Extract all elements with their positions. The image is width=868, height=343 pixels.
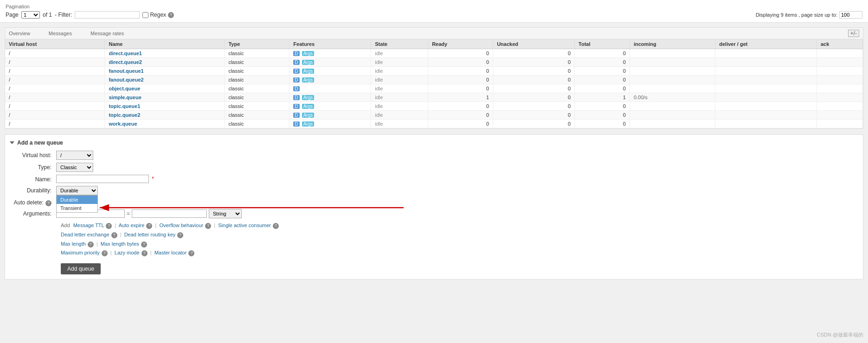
d-tag[interactable]: D	[293, 77, 299, 83]
args-tag[interactable]: Args	[302, 95, 315, 100]
dropdown-item-durable[interactable]: Durable	[57, 196, 97, 204]
single-active-consumer-help[interactable]: ?	[273, 223, 279, 229]
cell-vhost: /	[5, 102, 105, 111]
name-input[interactable]	[56, 175, 149, 183]
args-tag[interactable]: Args	[302, 121, 315, 127]
d-tag[interactable]: D	[293, 113, 299, 118]
cell-vhost: /	[5, 58, 105, 67]
messages-label: Messages	[49, 31, 72, 36]
cell-total: 0	[575, 67, 630, 76]
table-header-row: Overview Messages Message rates +/-	[5, 28, 863, 39]
dead-letter-exchange-help[interactable]: ?	[111, 232, 117, 238]
d-tag[interactable]: D	[293, 60, 299, 65]
cell-features: D Args	[289, 49, 371, 58]
cell-features: D	[289, 84, 371, 93]
cell-type: classic	[225, 102, 289, 111]
queue-table-container: Overview Messages Message rates +/- Virt…	[5, 27, 863, 129]
queue-name-link[interactable]: work.queue	[109, 121, 137, 127]
d-tag[interactable]: D	[293, 69, 299, 74]
cell-incoming	[630, 102, 715, 111]
plus-minus-button[interactable]: +/-	[848, 30, 859, 37]
args-value-input[interactable]	[132, 210, 207, 218]
cell-deliver-get	[715, 58, 817, 67]
d-tag[interactable]: D	[293, 121, 299, 127]
auto-expire-help[interactable]: ?	[146, 223, 152, 229]
auto-delete-help-icon[interactable]: ?	[45, 200, 51, 206]
table-row: /simple.queueclassic D Args idle1010.00/…	[5, 93, 863, 102]
d-tag[interactable]: D	[293, 51, 299, 56]
section-toggle[interactable]: Add a new queue	[10, 140, 858, 146]
arguments-label: Arguments:	[10, 209, 56, 217]
max-length-link[interactable]: Max length	[61, 241, 86, 247]
queue-name-link[interactable]: simple.queue	[109, 95, 141, 100]
queue-name-link[interactable]: fanout.queue1	[109, 68, 143, 74]
master-locator-link[interactable]: Master locator	[154, 250, 187, 255]
args-tag[interactable]: Args	[302, 113, 315, 118]
args-tag[interactable]: Args	[302, 77, 315, 83]
queue-name-link[interactable]: fanout.queue2	[109, 77, 143, 83]
cell-ack	[817, 111, 862, 120]
queue-name-link[interactable]: direct.queue2	[109, 59, 142, 65]
dead-letter-routing-key-link[interactable]: Dead letter routing key	[124, 232, 176, 237]
regex-checkbox[interactable]	[142, 12, 148, 18]
cell-deliver-get	[715, 76, 817, 84]
type-select[interactable]: Classic Quorum Stream	[56, 163, 93, 172]
d-tag[interactable]: D	[293, 104, 299, 109]
max-length-help[interactable]: ?	[88, 241, 94, 248]
col-unacked: Unacked	[493, 39, 575, 49]
cell-total: 0	[575, 102, 630, 111]
vhost-select[interactable]: /	[56, 151, 93, 160]
message-ttl-link[interactable]: Message TTL	[73, 222, 104, 228]
cell-ack	[817, 76, 862, 84]
regex-help-icon[interactable]: ?	[168, 12, 174, 18]
dead-letter-exchange-link[interactable]: Dead letter exchange	[61, 232, 109, 237]
overflow-behaviour-link[interactable]: Overflow behaviour	[159, 222, 203, 228]
filter-input[interactable]	[75, 11, 140, 19]
cell-deliver-get	[715, 111, 817, 120]
d-tag[interactable]: D	[293, 95, 299, 100]
maximum-priority-help[interactable]: ?	[102, 250, 108, 256]
page-size-input[interactable]	[839, 11, 862, 19]
cell-state: idle	[371, 76, 428, 84]
dropdown-item-transient[interactable]: Transient	[57, 204, 97, 212]
single-active-consumer-link[interactable]: Single active consumer	[218, 222, 271, 228]
args-tag[interactable]: Args	[302, 51, 315, 56]
lazy-mode-help[interactable]: ?	[141, 250, 148, 256]
master-locator-help[interactable]: ?	[188, 250, 194, 256]
page-select[interactable]: 1	[21, 11, 40, 19]
overflow-behaviour-help[interactable]: ?	[205, 223, 211, 229]
max-length-bytes-help[interactable]: ?	[141, 241, 147, 248]
cell-total: 0	[575, 84, 630, 93]
message-ttl-help[interactable]: ?	[106, 223, 112, 229]
auto-expire-link[interactable]: Auto expire	[119, 222, 145, 228]
d-tag[interactable]: D	[293, 86, 299, 91]
cell-type: classic	[225, 49, 289, 58]
cell-name: direct.queue2	[105, 58, 225, 67]
col-incoming: incoming	[630, 39, 715, 49]
queue-name-link[interactable]: direct.queue1	[109, 51, 142, 56]
durability-control: Durable Transient Durable Transient	[56, 186, 242, 195]
add-queue-button[interactable]: Add queue	[61, 263, 101, 274]
args-tag[interactable]: Args	[302, 60, 315, 65]
cell-name: direct.queue1	[105, 49, 225, 58]
maximum-priority-link[interactable]: Maximum priority	[61, 250, 100, 255]
cell-ack	[817, 120, 862, 128]
cell-ack	[817, 102, 862, 111]
cell-vhost: /	[5, 93, 105, 102]
cell-vhost: /	[5, 67, 105, 76]
dead-letter-routing-key-help[interactable]: ?	[177, 232, 183, 238]
max-length-bytes-link[interactable]: Max length bytes	[101, 241, 139, 247]
required-star: *	[152, 176, 154, 182]
queue-name-link[interactable]: topic.queue2	[109, 112, 140, 118]
cell-state: idle	[371, 58, 428, 67]
args-type-select[interactable]: String Number Boolean	[209, 209, 242, 218]
regex-label[interactable]: Regex ?	[142, 12, 174, 18]
args-tag[interactable]: Args	[302, 104, 315, 109]
col-deliver-get: deliver / get	[715, 39, 817, 49]
args-tag[interactable]: Args	[302, 69, 315, 74]
queue-name-link[interactable]: object.queue	[109, 86, 140, 91]
main-content: Overview Messages Message rates +/- Virt…	[0, 23, 868, 284]
lazy-mode-link[interactable]: Lazy mode	[115, 250, 140, 255]
queue-name-link[interactable]: topic.queue1	[109, 103, 140, 109]
durability-select[interactable]: Durable Transient	[56, 186, 98, 195]
